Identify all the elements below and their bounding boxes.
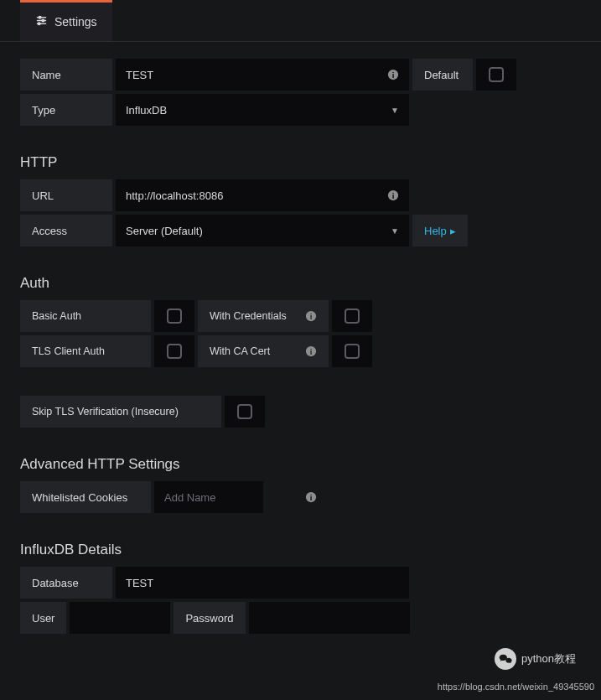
tls-client-checkbox-cell <box>154 335 194 367</box>
name-input[interactable] <box>126 69 387 81</box>
info-icon[interactable]: i <box>387 189 399 201</box>
name-label: Name <box>20 59 112 91</box>
with-ca-cert-checkbox[interactable] <box>345 344 360 359</box>
database-input[interactable] <box>126 577 399 589</box>
tls-client-label: TLS Client Auth <box>20 335 151 367</box>
type-value: InfluxDB <box>126 104 167 117</box>
chevron-down-icon: ▼ <box>391 106 399 115</box>
database-label: Database <box>20 567 112 599</box>
svg-point-3 <box>42 19 44 22</box>
name-input-wrap: i <box>116 59 409 91</box>
chevron-right-icon: ▸ <box>450 225 456 237</box>
svg-text:i: i <box>310 493 313 502</box>
chevron-down-icon: ▼ <box>391 226 399 236</box>
url-input[interactable] <box>126 189 387 202</box>
user-input-wrap <box>70 602 170 634</box>
skip-tls-checkbox[interactable] <box>237 404 252 419</box>
basic-auth-text: Basic Auth <box>32 310 81 322</box>
database-input-wrap <box>116 567 409 599</box>
password-input[interactable] <box>259 612 400 625</box>
url-input-wrap: i <box>116 179 409 211</box>
info-icon[interactable]: i <box>305 345 317 357</box>
addname-wrap: i <box>154 481 263 513</box>
addname-input[interactable] <box>164 491 305 504</box>
with-credentials-checkbox[interactable] <box>345 309 360 324</box>
default-checkbox-cell <box>476 59 516 91</box>
info-icon[interactable]: i <box>305 310 317 322</box>
tab-bar: Settings <box>0 0 601 42</box>
with-credentials-text: With Credentials <box>210 310 287 322</box>
svg-text:i: i <box>392 191 395 200</box>
access-label: Access <box>20 215 112 246</box>
watermark-url: https://blog.csdn.net/weixin_49345590 <box>438 682 594 692</box>
basic-auth-checkbox[interactable] <box>167 309 182 324</box>
tab-label: Settings <box>54 15 97 29</box>
skip-tls-label: Skip TLS Verification (Insecure) <box>20 396 221 428</box>
type-label: Type <box>20 94 112 126</box>
wechat-text: python教程 <box>521 651 576 666</box>
access-select[interactable]: Server (Default) ▼ <box>116 215 409 246</box>
type-select[interactable]: InfluxDB ▼ <box>116 94 409 126</box>
advanced-heading: Advanced HTTP Settings <box>20 456 581 473</box>
skip-tls-checkbox-cell <box>225 396 265 428</box>
user-label: User <box>20 602 66 634</box>
svg-point-1 <box>39 16 41 18</box>
sliders-icon <box>35 14 48 29</box>
svg-text:i: i <box>310 347 313 356</box>
default-label: Default <box>412 59 473 91</box>
with-ca-cert-label: With CA Cert i <box>198 335 329 367</box>
info-icon[interactable]: i <box>387 69 399 80</box>
svg-text:i: i <box>392 70 395 80</box>
access-value: Server (Default) <box>126 225 203 237</box>
tls-client-checkbox[interactable] <box>167 344 182 359</box>
svg-point-5 <box>38 23 40 25</box>
http-heading: HTTP <box>20 154 581 171</box>
help-button[interactable]: Help ▸ <box>412 215 468 246</box>
default-checkbox[interactable] <box>489 67 504 82</box>
influx-heading: InfluxDB Details <box>20 542 581 558</box>
password-label: Password <box>174 602 245 634</box>
svg-text:i: i <box>310 312 313 321</box>
with-ca-cert-checkbox-cell <box>332 335 372 367</box>
basic-auth-checkbox-cell <box>154 300 194 332</box>
info-icon[interactable]: i <box>305 491 317 503</box>
with-ca-cert-text: With CA Cert <box>210 345 270 357</box>
auth-heading: Auth <box>20 275 581 292</box>
tls-client-text: TLS Client Auth <box>32 345 105 357</box>
with-credentials-label: With Credentials i <box>198 300 329 332</box>
url-label: URL <box>20 179 112 211</box>
help-label: Help <box>424 225 447 237</box>
basic-auth-label: Basic Auth <box>20 300 151 332</box>
wechat-icon <box>495 648 516 670</box>
whitelisted-label: Whitelisted Cookies <box>20 481 151 513</box>
with-credentials-checkbox-cell <box>332 300 372 332</box>
password-input-wrap <box>249 602 410 634</box>
wechat-brand: python教程 <box>495 648 576 670</box>
tab-settings[interactable]: Settings <box>20 0 112 41</box>
